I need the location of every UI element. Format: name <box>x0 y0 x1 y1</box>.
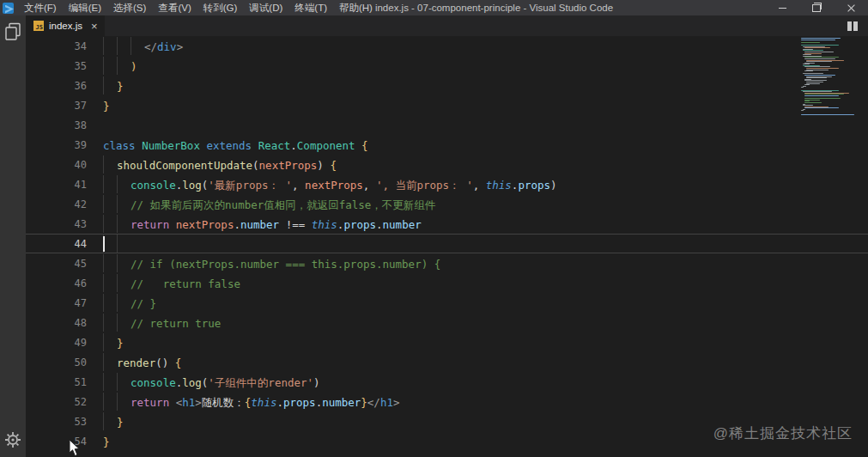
code-line-content <box>96 116 868 134</box>
code-line[interactable]: 41console.log('最新props： ', nextProps, ',… <box>26 174 868 194</box>
line-number[interactable]: 49 <box>26 333 96 351</box>
code-editor[interactable]: 34</div>35)36}37}3839class NumberBox ext… <box>26 36 868 457</box>
code-line[interactable]: 39class NumberBox extends React.Componen… <box>26 135 868 155</box>
vscode-window: 文件(F)编辑(E)选择(S)查看(V)转到(G)调试(D)终端(T)帮助(H)… <box>0 0 868 457</box>
code-line-content: // } <box>96 294 868 312</box>
code-line-content: class NumberBox extends React.Component … <box>96 136 868 154</box>
tab-index-js[interactable]: JS index.js × <box>26 15 105 36</box>
tab-label: index.js <box>49 21 82 31</box>
explorer-files-icon[interactable] <box>4 22 21 45</box>
code-line[interactable]: 35) <box>26 56 868 76</box>
code-line[interactable]: 46// return false <box>26 273 868 293</box>
line-number[interactable]: 34 <box>26 37 96 55</box>
code-line-content: // 如果前后两次的number值相同，就返回false，不更新组件 <box>96 195 868 213</box>
code-line[interactable]: 42// 如果前后两次的number值相同，就返回false，不更新组件 <box>26 194 868 214</box>
menu-item[interactable]: 转到(G) <box>197 0 244 15</box>
line-number[interactable]: 47 <box>26 294 96 312</box>
line-number[interactable]: 42 <box>26 195 96 213</box>
line-number[interactable]: 38 <box>26 116 96 134</box>
code-line[interactable]: 51console.log('子组件中的render') <box>26 372 868 392</box>
minimap[interactable] <box>801 38 863 116</box>
menu-item[interactable]: 编辑(E) <box>63 0 107 15</box>
line-number[interactable]: 50 <box>26 353 96 371</box>
window-title: index.js - 07-component-principle - Visu… <box>258 3 731 13</box>
code-line-content: } <box>96 96 868 114</box>
line-number[interactable]: 36 <box>26 76 96 94</box>
line-number[interactable]: 35 <box>26 57 96 75</box>
code-line[interactable]: 34</div> <box>26 36 868 56</box>
line-number[interactable]: 44 <box>26 235 96 253</box>
split-editor-icon[interactable] <box>847 21 858 31</box>
line-number[interactable]: 41 <box>26 175 96 193</box>
watermark: @稀土掘金技术社区 <box>713 423 853 443</box>
code-line-content: render() { <box>96 353 868 371</box>
menu-item[interactable]: 选择(S) <box>107 0 152 15</box>
code-line[interactable]: 45// if (nextProps.number === this.props… <box>26 253 868 273</box>
tab-bar: JS index.js × <box>26 15 868 36</box>
code-line[interactable]: 40shouldComponentUpdate(nextProps) { <box>26 155 868 174</box>
line-number[interactable]: 55 <box>26 452 96 457</box>
tab-close-icon[interactable]: × <box>91 21 98 32</box>
window-controls <box>765 0 868 15</box>
text-cursor <box>103 236 105 252</box>
code-line-content <box>96 235 868 253</box>
code-line-content: } <box>96 333 868 351</box>
code-line-content: return <h1>随机数：{this.props.number}</h1> <box>96 393 868 411</box>
code-line[interactable]: 44 <box>26 234 868 253</box>
code-line-content: // return true <box>96 314 868 332</box>
code-line[interactable]: 55 <box>26 451 868 457</box>
code-line-content: return nextProps.number !== this.props.n… <box>96 215 868 233</box>
line-number[interactable]: 45 <box>26 254 96 272</box>
menu-item[interactable]: 文件(F) <box>18 0 63 15</box>
code-line-content: shouldComponentUpdate(nextProps) { <box>96 155 868 174</box>
activity-bar <box>0 15 26 457</box>
code-line-content: ) <box>96 57 868 75</box>
close-icon[interactable] <box>834 0 868 15</box>
line-number[interactable]: 53 <box>26 412 96 430</box>
code-line[interactable]: 37} <box>26 95 868 115</box>
code-line[interactable]: 52return <h1>随机数：{this.props.number}</h1… <box>26 392 868 411</box>
code-line-content: </div> <box>96 37 868 55</box>
code-line-content <box>96 452 868 457</box>
settings-gear-icon[interactable] <box>4 431 21 452</box>
vscode-logo-icon <box>3 3 14 14</box>
mouse-cursor <box>69 440 81 457</box>
line-number[interactable]: 52 <box>26 393 96 411</box>
line-number[interactable]: 43 <box>26 215 96 233</box>
js-file-icon: JS <box>33 21 44 31</box>
line-number[interactable]: 40 <box>26 155 96 174</box>
code-line-content: // return false <box>96 274 868 292</box>
code-line-content: console.log('最新props： ', nextProps, ', 当… <box>96 175 868 193</box>
line-number[interactable]: 37 <box>26 96 96 114</box>
line-number[interactable]: 39 <box>26 136 96 154</box>
title-bar: 文件(F)编辑(E)选择(S)查看(V)转到(G)调试(D)终端(T)帮助(H)… <box>0 0 868 15</box>
code-line-content: } <box>96 76 868 94</box>
line-number[interactable]: 51 <box>26 373 96 391</box>
line-number[interactable]: 48 <box>26 314 96 332</box>
code-line-content: console.log('子组件中的render') <box>96 373 868 391</box>
code-line[interactable]: 43return nextProps.number !== this.props… <box>26 214 868 234</box>
code-line[interactable]: 50render() { <box>26 352 868 372</box>
code-line[interactable]: 36} <box>26 76 868 95</box>
line-number[interactable]: 54 <box>26 432 96 450</box>
restore-icon[interactable] <box>799 0 834 15</box>
minimize-icon[interactable] <box>765 0 799 15</box>
editor-lines: 34</div>35)36}37}3839class NumberBox ext… <box>26 36 868 457</box>
code-line[interactable]: 49} <box>26 332 868 352</box>
code-line[interactable]: 48// return true <box>26 313 868 332</box>
code-line-content: // if (nextProps.number === this.props.n… <box>96 254 868 272</box>
code-line[interactable]: 38 <box>26 115 868 135</box>
code-line[interactable]: 47// } <box>26 293 868 313</box>
line-number[interactable]: 46 <box>26 274 96 292</box>
menu-item[interactable]: 查看(V) <box>152 0 197 15</box>
